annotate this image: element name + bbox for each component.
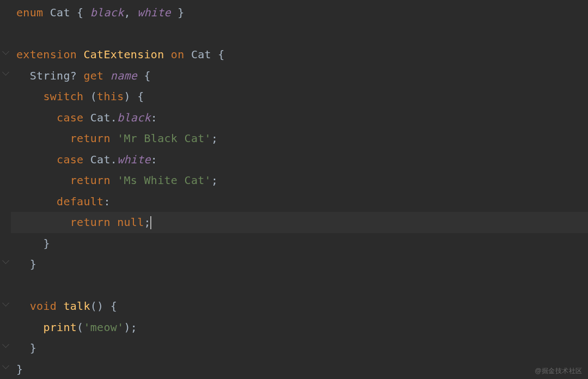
code-line[interactable]: extension CatExtension on Cat { bbox=[11, 44, 588, 65]
code-line[interactable]: } bbox=[11, 359, 588, 380]
fold-chevron-icon[interactable] bbox=[2, 257, 9, 264]
code-area[interactable]: enum Cat { black, white } extension CatE… bbox=[11, 0, 588, 379]
code-line[interactable]: return 'Ms White Cat'; bbox=[11, 170, 588, 191]
code-line[interactable]: print('meow'); bbox=[11, 317, 588, 338]
fold-gutter bbox=[0, 0, 11, 379]
watermark: @掘金技术社区 bbox=[535, 366, 583, 376]
fold-chevron-icon[interactable] bbox=[2, 48, 9, 55]
code-line[interactable]: switch (this) { bbox=[11, 86, 588, 107]
code-line[interactable]: } bbox=[11, 254, 588, 275]
text-cursor-icon bbox=[150, 216, 151, 229]
code-line[interactable]: case Cat.black: bbox=[11, 107, 588, 129]
fold-chevron-icon[interactable] bbox=[2, 362, 9, 369]
code-line[interactable]: void talk() { bbox=[11, 296, 588, 317]
code-editor[interactable]: enum Cat { black, white } extension CatE… bbox=[0, 0, 588, 379]
code-line-blank[interactable] bbox=[11, 23, 588, 45]
code-line[interactable]: return 'Mr Black Cat'; bbox=[11, 128, 588, 149]
fold-chevron-icon[interactable] bbox=[2, 341, 9, 348]
code-line-blank[interactable] bbox=[11, 275, 588, 296]
code-line[interactable]: case Cat.white: bbox=[11, 149, 588, 170]
fold-chevron-icon[interactable] bbox=[2, 299, 9, 307]
code-line[interactable]: } bbox=[11, 338, 588, 359]
code-line[interactable]: String? get name { bbox=[11, 65, 588, 87]
code-line-active[interactable]: return null; bbox=[11, 212, 588, 233]
code-line[interactable]: default: bbox=[11, 191, 588, 212]
code-line[interactable]: enum Cat { black, white } bbox=[11, 2, 588, 23]
fold-chevron-icon[interactable] bbox=[2, 69, 9, 76]
code-line[interactable]: } bbox=[11, 233, 588, 254]
